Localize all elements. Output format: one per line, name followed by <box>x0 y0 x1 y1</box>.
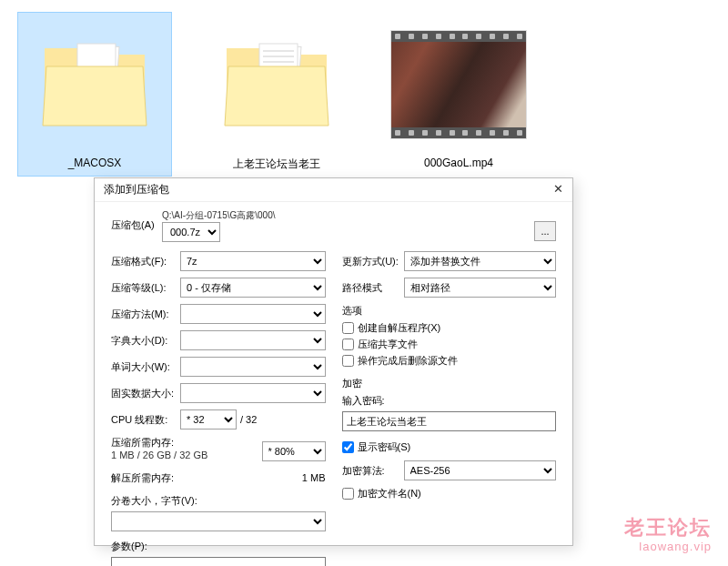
sfx-checkbox-row[interactable]: 创建自解压程序(X) <box>342 321 557 335</box>
params-label: 参数(P): <box>111 540 326 553</box>
show-password-checkbox[interactable] <box>342 441 354 453</box>
video-file[interactable]: 000GaoL.mp4 <box>382 13 535 176</box>
solid-select[interactable] <box>180 383 326 403</box>
path-select[interactable]: 相对路径 <box>404 278 557 298</box>
mem-decompress-value: 1 MB <box>302 472 326 483</box>
close-icon[interactable]: ✕ <box>549 181 567 199</box>
method-label: 压缩方法(M): <box>111 308 180 321</box>
add-to-archive-dialog: 添加到压缩包 ✕ 压缩包(A) Q:\AI-分组-0715\G高露\000\ 0… <box>94 177 573 546</box>
watermark: 老王论坛 laowang.vip <box>624 514 712 553</box>
delete-checkbox[interactable] <box>342 355 354 367</box>
watermark-line2: laowang.vip <box>624 540 712 553</box>
mem-compress-label: 压缩所需内存: <box>111 436 262 450</box>
password-input[interactable] <box>342 411 557 431</box>
level-select[interactable]: 0 - 仅存储 <box>180 278 326 298</box>
format-label: 压缩格式(F): <box>111 255 180 268</box>
cpu-select[interactable]: * 32 <box>180 409 237 430</box>
browse-button[interactable]: ... <box>534 221 556 241</box>
dict-select[interactable] <box>180 330 326 350</box>
folder-icon <box>208 16 345 153</box>
split-label: 分卷大小，字节(V): <box>111 494 326 508</box>
folder-label: _MACOSX <box>68 157 122 169</box>
archive-path: Q:\AI-分组-0715\G高露\000\ <box>162 209 529 222</box>
folder-laowang[interactable]: 上老王论坛当老王 <box>200 13 353 176</box>
video-label: 000GaoL.mp4 <box>424 157 493 169</box>
level-label: 压缩等级(L): <box>111 281 180 295</box>
mem-percent-select[interactable]: * 80% <box>262 441 326 461</box>
archive-label: 压缩包(A) <box>111 209 157 232</box>
encrypt-group-label: 加密 <box>342 377 557 390</box>
folder-icon <box>26 16 163 153</box>
algo-select[interactable]: AES-256 <box>404 460 557 480</box>
word-label: 单词大小(W): <box>111 360 180 374</box>
dialog-title: 添加到压缩包 <box>104 182 169 197</box>
folder-label: 上老王论坛当老王 <box>233 157 320 172</box>
desktop-area: _MACOSX 上老王论坛当老王 <box>0 0 728 188</box>
solid-label: 固实数据大小: <box>111 387 180 400</box>
method-select[interactable] <box>180 304 326 324</box>
share-checkbox-row[interactable]: 压缩共享文件 <box>342 338 557 351</box>
path-label: 路径模式 <box>342 281 404 295</box>
cpu-total: / 32 <box>240 414 257 425</box>
split-select[interactable] <box>111 511 326 531</box>
video-icon <box>390 16 527 153</box>
sfx-checkbox[interactable] <box>342 322 354 334</box>
encrypt-names-checkbox[interactable] <box>342 488 354 500</box>
mem-compress-value: 1 MB / 26 GB / 32 GB <box>111 450 262 460</box>
share-checkbox[interactable] <box>342 339 354 350</box>
format-select[interactable]: 7z <box>180 251 326 271</box>
cpu-label: CPU 线程数: <box>111 413 180 427</box>
params-input[interactable] <box>111 557 326 566</box>
password-label: 输入密码: <box>342 394 557 408</box>
mem-decompress-label: 解压所需内存: <box>111 471 302 485</box>
show-password-row[interactable]: 显示密码(S) <box>342 440 557 454</box>
algo-label: 加密算法: <box>342 464 404 478</box>
archive-name-select[interactable]: 000.7z <box>162 222 220 242</box>
folder-macosx[interactable]: _MACOSX <box>18 13 171 176</box>
options-group-label: 选项 <box>342 304 557 318</box>
delete-checkbox-row[interactable]: 操作完成后删除源文件 <box>342 354 557 368</box>
encrypt-names-row[interactable]: 加密文件名(N) <box>342 487 557 500</box>
update-select[interactable]: 添加并替换文件 <box>404 251 557 271</box>
update-label: 更新方式(U): <box>342 255 404 268</box>
word-select[interactable] <box>180 357 326 377</box>
watermark-line1: 老王论坛 <box>624 514 712 541</box>
dict-label: 字典大小(D): <box>111 334 180 348</box>
titlebar[interactable]: 添加到压缩包 ✕ <box>95 178 572 202</box>
